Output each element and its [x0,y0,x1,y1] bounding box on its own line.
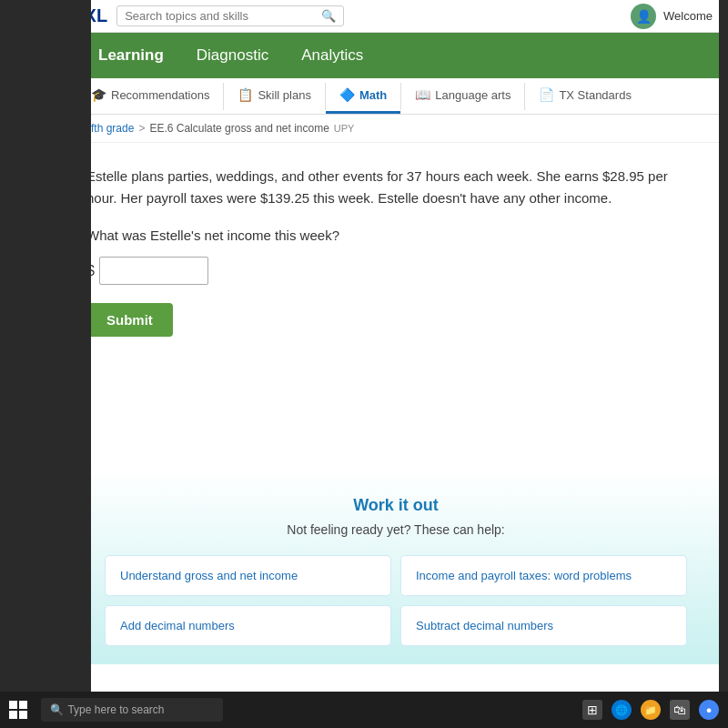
question-text: Estelle plans parties, weddings, and oth… [86,166,669,209]
tab-math-label: Math [359,88,387,102]
welcome-text: Welcome [663,9,713,23]
tab-language-arts-label: Language arts [435,88,511,102]
taskbar: 🔍 Type here to search ⊞ 🌐 📁 🛍 ● [0,692,728,728]
nav-learning[interactable]: Learning [82,34,180,77]
math-icon: 🔷 [339,87,355,102]
question-prompt: What was Estelle's net income this week? [86,228,705,243]
tab-skill-plans-label: Skill plans [258,88,311,102]
search-icon[interactable]: 🔍 [321,9,336,23]
language-arts-icon: 📖 [415,87,430,102]
taskbar-edge-icon[interactable]: 🌐 [612,700,632,720]
content-spacer [68,359,723,469]
tab-recommendations-label: Recommendations [111,88,209,102]
tab-language-arts[interactable]: 📖 Language arts [401,78,524,114]
submit-button[interactable]: Submit [86,303,173,337]
breadcrumb-separator: > [138,122,145,135]
tab-tx-standards[interactable]: 📄 TX Standards [525,78,645,114]
taskbar-icons: ⊞ 🌐 📁 🛍 ● [582,700,728,720]
monitor-bezel-left [0,0,91,692]
help-card-1[interactable]: Understand gross and net income [105,555,391,596]
taskbar-search-icon: 🔍 [50,703,64,716]
start-button[interactable] [0,692,36,728]
sub-nav: 🎓 Recommendations 📋 Skill plans 🔷 Math 📖… [68,78,723,115]
breadcrumb: Fifth grade > EE.6 Calculate gross and n… [68,115,723,143]
help-card-4[interactable]: Subtract decimal numbers [400,605,687,646]
ixl-header: IXL 🔍 👤 Welcome [68,0,723,33]
green-nav: Learning Diagnostic Analytics [68,33,723,78]
tab-tx-standards-label: TX Standards [559,88,632,102]
tx-standards-icon: 📄 [539,87,554,102]
help-card-3[interactable]: Add decimal numbers [105,605,391,646]
breadcrumb-skill: EE.6 Calculate gross and net income [149,122,329,135]
skill-plans-icon: 📋 [238,87,253,102]
taskbar-chrome-icon[interactable]: ● [699,700,719,720]
tab-math[interactable]: 🔷 Math [326,78,400,114]
tab-recommendations[interactable]: 🎓 Recommendations [77,78,223,114]
work-it-out-section: Work it out Not feeling ready yet? These… [68,469,723,664]
main-content: Estelle plans parties, weddings, and oth… [68,143,723,359]
taskbar-search-placeholder: Type here to search [67,703,164,716]
help-cards-grid: Understand gross and net income Income a… [105,555,687,646]
work-it-out-subtitle: Not feeling ready yet? These can help: [86,522,705,537]
browser-window: IXL 🔍 👤 Welcome Learning Diagnostic Anal… [68,0,723,692]
nav-analytics[interactable]: Analytics [285,34,379,77]
monitor-bezel-right [719,0,728,692]
nav-diagnostic[interactable]: Diagnostic [180,34,285,77]
taskbar-task-view[interactable]: ⊞ [582,700,602,720]
logo-l: L [96,5,107,25]
user-avatar-icon[interactable]: 👤 [631,4,656,29]
recommendations-icon: 🎓 [91,87,106,102]
help-card-2[interactable]: Income and payroll taxes: word problems [400,555,687,596]
answer-input[interactable] [99,257,208,285]
search-input[interactable] [125,9,321,23]
taskbar-store-icon[interactable]: 🛍 [670,700,690,720]
breadcrumb-code: UPY [334,123,355,134]
tab-skill-plans[interactable]: 📋 Skill plans [224,78,325,114]
windows-icon [9,701,27,719]
answer-row: $ [86,257,705,285]
header-right: 👤 Welcome [631,4,713,29]
taskbar-search-bar[interactable]: 🔍 Type here to search [41,698,223,722]
taskbar-files-icon[interactable]: 📁 [641,700,661,720]
work-it-out-title: Work it out [86,496,705,515]
search-bar[interactable]: 🔍 [116,5,344,26]
